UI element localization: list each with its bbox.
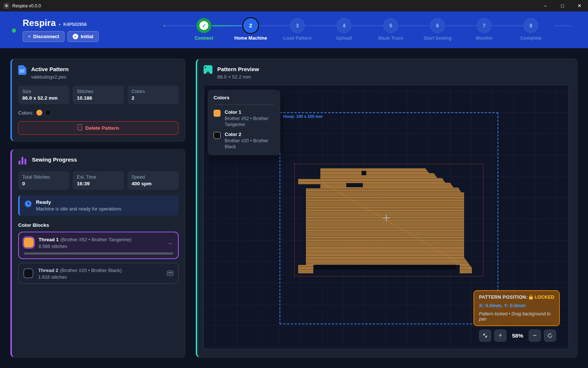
sewing-progress-card: Sewing Progress Total Stitches 0 Est. Ti…: [10, 149, 185, 358]
colors-legend-panel: Colors Color 1 Brother #52 • Brother Tan…: [208, 90, 280, 155]
stat-est-time: Est. Time 16:39: [73, 171, 124, 190]
status-description: Machine is idle and ready for operations: [36, 206, 122, 212]
step-circle: ✓: [196, 18, 211, 33]
stack-icon: [167, 271, 174, 276]
brand-title: Respira: [23, 18, 56, 28]
image-icon: [204, 65, 212, 74]
step-mask-trace[interactable]: 5 Mask Trace: [367, 18, 414, 41]
step-circle: 2: [243, 18, 258, 33]
step-connect[interactable]: ✓ Connect: [181, 18, 227, 41]
legend-title: Colors: [214, 95, 274, 100]
clock-icon: [25, 200, 32, 207]
color-1-swatch: [214, 110, 221, 117]
stat-size: Size 86.0 x 52.2 mm: [18, 86, 69, 104]
window-controls: – □ ✕: [537, 0, 588, 11]
connection-status-dot: [12, 29, 16, 33]
step-monitor[interactable]: 7 Monitor: [461, 18, 508, 41]
colors-label: Colors:: [18, 110, 33, 116]
position-hint: Pattern locked • Drag background to pan: [479, 311, 554, 322]
color-2-swatch: [214, 132, 221, 139]
locked-badge: LOCKED: [529, 295, 554, 300]
pattern-filename: valetudogv2.pes: [31, 74, 69, 80]
step-upload[interactable]: 4 Upload: [321, 18, 367, 41]
stat-colors: Colors 2: [128, 86, 179, 104]
color-swatch-black: [45, 110, 51, 116]
document-icon: [18, 65, 26, 75]
app-icon: [4, 3, 9, 9]
app-title: Respira v0.0.0: [12, 3, 41, 9]
workflow-stepper: ✓ Connect 2 Home Machine 3 Load Pattern …: [163, 18, 571, 41]
machine-serial: K4P502956: [63, 22, 87, 27]
status-title: Ready: [36, 199, 122, 205]
minimize-button[interactable]: –: [537, 0, 554, 11]
thread-1-row[interactable]: Thread 1 (Brother #52 • Brother Tangerin…: [18, 232, 179, 259]
thread-2-swatch: [23, 268, 33, 278]
sewing-progress-title: Sewing Progress: [32, 156, 77, 165]
fit-to-screen-button[interactable]: [479, 329, 491, 342]
step-start-sewing[interactable]: 6 Start Sewing: [414, 18, 461, 41]
divider: [214, 105, 274, 105]
color-swatch-orange: [36, 110, 42, 116]
step-circle: 7: [477, 18, 492, 33]
initial-button[interactable]: ✓ Initial: [67, 31, 99, 42]
bar-chart-icon: [18, 156, 27, 165]
stat-stitches: Stitches 10.186: [73, 86, 124, 104]
zoom-in-button[interactable]: +: [494, 329, 506, 342]
x-icon: ×: [28, 34, 31, 39]
thread-1-progress-bar: [24, 252, 173, 255]
step-circle: 6: [430, 18, 445, 33]
pattern-position-overlay: PATTERN POSITION: LOCKED X: 0.0mm, Y: 0.…: [473, 290, 560, 326]
app-header: Respira • K4P502956 × Disconnect ✓ Initi…: [0, 11, 588, 48]
hoop-label: Hoop: 100 x 100 mm: [283, 114, 323, 119]
step-circle: 3: [290, 18, 305, 33]
position-coords: X: 0.0mm, Y: 0.0mm: [479, 303, 554, 308]
zoom-level: 58%: [509, 332, 526, 339]
arrow-right-icon: →: [166, 239, 173, 247]
active-pattern-card: Active Pattern valetudogv2.pes Size 86.0…: [10, 59, 185, 142]
check-circle-icon: ✓: [73, 34, 78, 39]
color-blocks-heading: Color Blocks: [18, 222, 179, 228]
stepper-tail-line: [554, 25, 571, 26]
close-button[interactable]: ✕: [571, 0, 588, 11]
step-circle: 8: [523, 18, 538, 33]
step-home-machine[interactable]: 2 Home Machine: [227, 18, 274, 41]
zoom-toolbar: + 58% −: [477, 327, 558, 344]
step-circle: 4: [337, 18, 351, 33]
preview-canvas[interactable]: Hoop: 100 x 100 mm Colors Color 1: [204, 85, 569, 349]
center-crosshair-icon: [383, 215, 390, 221]
delete-pattern-button[interactable]: Delete Pattern: [18, 121, 179, 135]
zoom-out-button[interactable]: −: [529, 329, 541, 342]
titlebar: Respira v0.0.0 – □ ✕: [0, 0, 588, 11]
pattern-preview-title: Pattern Preview: [217, 65, 259, 72]
maximize-button[interactable]: □: [554, 0, 571, 11]
reset-view-button[interactable]: [544, 329, 556, 342]
trash-icon: [78, 126, 82, 130]
legend-entry-color2: Color 2 Brother #20 • Brother Black: [214, 132, 274, 150]
step-load-pattern[interactable]: 3 Load Pattern: [274, 18, 321, 41]
lock-icon: [529, 296, 533, 299]
legend-entry-color1: Color 1 Brother #52 • Brother Tangerine: [214, 109, 274, 127]
active-pattern-title: Active Pattern: [31, 65, 69, 72]
position-title: PATTERN POSITION:: [479, 295, 528, 300]
pattern-preview-card: Pattern Preview 86.0 × 52.2 mm Hoop: 100…: [196, 59, 578, 358]
pattern-dimensions: 86.0 × 52.2 mm: [217, 74, 259, 80]
check-icon: ✓: [199, 21, 208, 30]
disconnect-button[interactable]: × Disconnect: [23, 31, 65, 42]
thread-1-swatch: [24, 238, 34, 248]
step-circle: 5: [383, 18, 398, 33]
stat-speed: Speed 400 spm: [128, 171, 179, 190]
thread-2-row[interactable]: Thread 2 (Brother #20 • Brother Black) 1…: [18, 263, 179, 284]
machine-status-banner: Ready Machine is idle and ready for oper…: [18, 195, 179, 216]
step-complete[interactable]: 8 Complete: [508, 18, 554, 41]
separator: •: [59, 22, 60, 27]
stat-total-stitches: Total Stitches 0: [18, 171, 69, 190]
